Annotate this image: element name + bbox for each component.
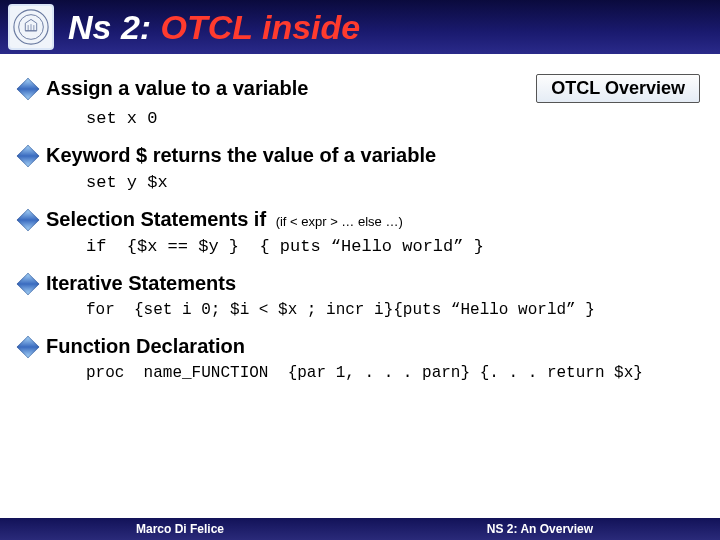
bullet-diamond-icon — [20, 212, 36, 228]
bullet-row-4: Iterative Statements — [20, 272, 700, 295]
slide-content: Assign a value to a variable OTCL Overvi… — [0, 54, 720, 382]
bullet-heading: Assign a value to a variable — [46, 77, 308, 100]
title-accent: OTCL inside — [161, 8, 361, 46]
title-prefix: Ns 2: — [68, 8, 161, 46]
bullet-row-1: Assign a value to a variable OTCL Overvi… — [20, 74, 700, 103]
slide-title: Ns 2: OTCL inside — [68, 8, 360, 47]
code-snippet: for {set i 0; $i < $x ; incr i}{puts “He… — [86, 301, 700, 319]
bullet-row-2: Keyword $ returns the value of a variabl… — [20, 144, 700, 167]
bullet-diamond-icon — [20, 339, 36, 355]
bullet-heading: Keyword $ returns the value of a variabl… — [46, 144, 436, 167]
code-snippet: if {$x == $y } { puts “Hello world” } — [86, 237, 700, 256]
bullet-diamond-icon — [20, 276, 36, 292]
bullet-row-5: Function Declaration — [20, 335, 700, 358]
code-snippet: set y $x — [86, 173, 700, 192]
footer-subtitle: NS 2: An Overview — [360, 522, 720, 536]
bullet-diamond-icon — [20, 148, 36, 164]
bullet-row-3: Selection Statements if (if < expr > … e… — [20, 208, 700, 231]
bullet-heading-text: Selection Statements if — [46, 208, 266, 230]
university-crest-icon — [8, 4, 54, 50]
bullet-note: (if < expr > … else …) — [276, 214, 403, 229]
code-snippet: proc name_FUNCTION {par 1, . . . parn} {… — [86, 364, 700, 382]
bullet-heading: Selection Statements if (if < expr > … e… — [46, 208, 403, 231]
code-snippet: set x 0 — [86, 109, 700, 128]
bullet-heading: Function Declaration — [46, 335, 245, 358]
bullet-heading: Iterative Statements — [46, 272, 236, 295]
bullet-diamond-icon — [20, 81, 36, 97]
slide-header: Ns 2: OTCL inside — [0, 0, 720, 54]
slide-footer: Marco Di Felice NS 2: An Overview — [0, 518, 720, 540]
overview-badge: OTCL Overview — [536, 74, 700, 103]
footer-author: Marco Di Felice — [0, 522, 360, 536]
